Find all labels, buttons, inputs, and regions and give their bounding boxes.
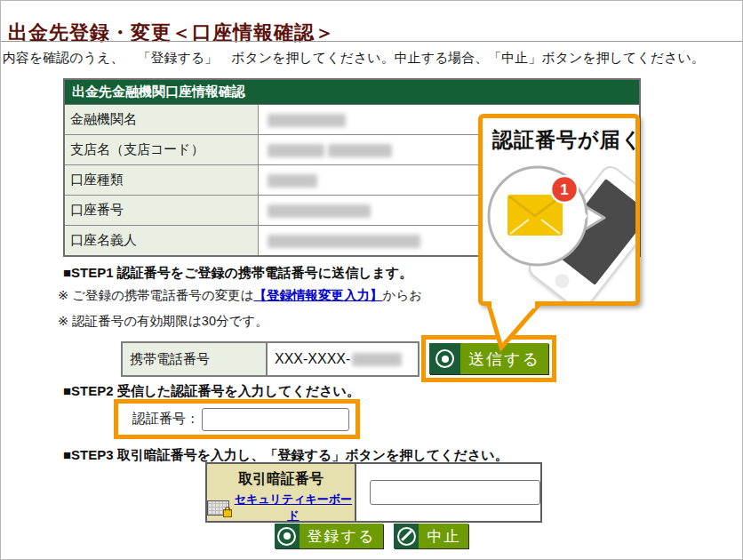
auth-code-highlight: 認証番号： [114,399,360,439]
title-divider [1,41,742,42]
pin-input[interactable] [370,480,540,505]
redacted-value [268,204,371,218]
row-label-branch-name: 支店名（支店コード） [64,135,259,165]
redacted-value [268,235,420,248]
cancel-button[interactable]: 中止 [394,524,468,548]
send-button-label: 送信する [460,343,548,374]
redacted-value [352,353,402,366]
mobile-phone-label: 携帯電話番号 [123,343,268,375]
mobile-phone-row: 携帯電話番号 XXX-XXXX- [121,341,419,377]
step1-note-phone-change: ※ ご登録の携帯電話番号の変更は【登録情報変更入力】からお [58,287,422,304]
target-circle-icon [275,524,300,548]
actions-row: 登録する 中止 [1,524,742,548]
row-label-account-holder: 口座名義人 [64,226,259,257]
redacted-value [268,144,324,157]
redacted-value [268,174,317,188]
send-button-highlight: 送信する [421,335,556,382]
target-circle-icon [429,343,460,374]
mobile-phone-value: XXX-XXXX- [268,343,418,375]
callout-title: 認証番号が届く [492,126,635,154]
pin-label-cell: 取引暗証番号 セキュリティキーボード [207,464,356,521]
note1-prefix: ※ ご登録の携帯電話番号の変更は [58,288,254,302]
register-button[interactable]: 登録する [275,524,384,548]
message-notification-icon: 1 [483,157,616,282]
phone-number-visible: XXX-XXXX- [275,351,350,367]
register-button-label: 登録する [300,524,384,548]
row-label-bank-name: 金融機関名 [64,105,259,135]
page-title: 出金先登録・変更＜口座情報確認＞ [8,20,335,46]
security-keyboard-icon [207,500,229,516]
pin-label: 取引暗証番号 [207,470,355,489]
pin-value-cell [356,464,540,521]
security-keyboard-link[interactable]: セキュリティキーボード [232,492,355,524]
cancel-button-label: 中止 [419,524,468,548]
withdrawal-confirmation-page: 出金先登録・変更＜口座情報確認＞ 内容を確認のうえ、 「登録する」 ボタンを押し… [0,0,743,560]
pin-table: 取引暗証番号 セキュリティキーボード [205,462,542,523]
lock-icon [223,509,232,517]
step2-heading: ■STEP2 受信した認証番号を入力してください。 [63,383,360,400]
registration-change-link[interactable]: 【登録情報変更入力】 [254,288,383,302]
redacted-value [328,144,392,157]
redacted-value [268,114,346,127]
account-table-header: 出金先金融機関口座情報確認 [64,79,640,105]
row-label-account-number: 口座番号 [64,196,259,226]
auth-code-label: 認証番号： [132,411,199,428]
auth-code-callout: 認証番号が届く 1 [478,114,640,306]
step1-note-expiry: ※ 認証番号の有効期限は30分です。 [58,313,268,330]
prohibition-icon [394,524,419,548]
auth-code-input[interactable] [202,408,349,431]
badge-count: 1 [560,181,568,198]
row-label-account-type: 口座種類 [64,165,259,196]
send-button[interactable]: 送信する [429,343,548,374]
instruction-text: 内容を確認のうえ、 「登録する」 ボタンを押してください。中止する場合、「中止」… [3,50,705,67]
step1-heading: ■STEP1 認証番号をご登録の携帯電話番号に送信します。 [63,265,412,282]
note1-suffix: からお [383,288,423,302]
